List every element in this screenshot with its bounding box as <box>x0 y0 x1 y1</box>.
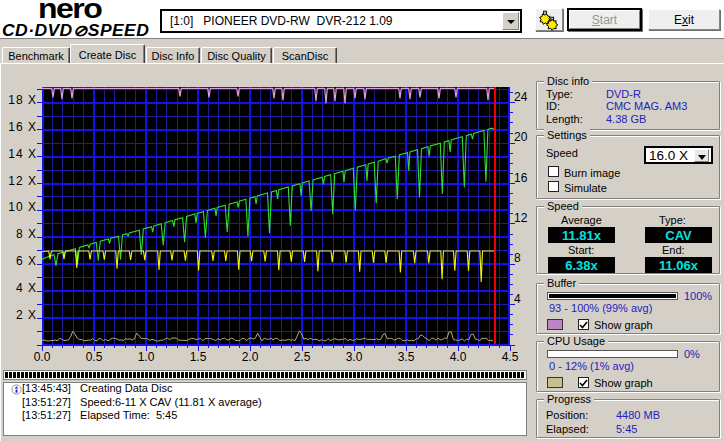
svg-text:3.5: 3.5 <box>398 350 415 364</box>
svg-text:4: 4 <box>514 292 521 306</box>
svg-text:0.5: 0.5 <box>86 350 103 364</box>
svg-text:12: 12 <box>514 211 528 225</box>
svg-text:18 X: 18 X <box>8 93 37 107</box>
svg-text:10 X: 10 X <box>8 200 37 214</box>
svg-text:1.0: 1.0 <box>138 350 155 364</box>
svg-text:8 X: 8 X <box>16 227 37 241</box>
svg-text:8: 8 <box>514 251 521 265</box>
svg-text:3.0: 3.0 <box>346 350 363 364</box>
svg-text:4.5: 4.5 <box>502 350 519 364</box>
svg-text:0.0: 0.0 <box>34 350 51 364</box>
svg-text:2.0: 2.0 <box>242 350 259 364</box>
svg-text:20: 20 <box>514 130 528 144</box>
svg-text:2.5: 2.5 <box>294 350 311 364</box>
svg-text:6 X: 6 X <box>16 254 37 268</box>
svg-text:14 X: 14 X <box>8 147 37 161</box>
svg-text:24: 24 <box>514 90 528 104</box>
svg-text:4 X: 4 X <box>16 281 37 295</box>
svg-text:16: 16 <box>514 171 528 185</box>
svg-text:12 X: 12 X <box>8 174 37 188</box>
svg-text:2 X: 2 X <box>16 308 37 322</box>
svg-text:1.5: 1.5 <box>190 350 207 364</box>
svg-text:16 X: 16 X <box>8 120 37 134</box>
svg-text:4.0: 4.0 <box>450 350 467 364</box>
